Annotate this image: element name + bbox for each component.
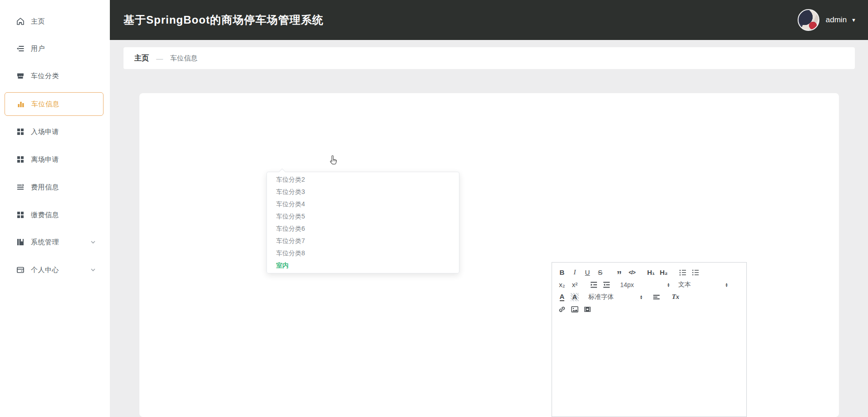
list-arrow-icon [15, 182, 25, 192]
breadcrumb-separator: — [156, 55, 163, 62]
sidebar-item-label: 入场申请 [31, 128, 59, 136]
sidebar: 主页 用户 车位分类 车位信息 入场申请 [0, 0, 110, 417]
italic-button[interactable]: I [569, 267, 580, 278]
dropdown-option[interactable]: 车位分类7 [267, 235, 459, 247]
grid-icon [15, 210, 25, 220]
sidebar-item-label: 主页 [31, 17, 45, 26]
user-dropdown-caret-icon: ▼ [851, 17, 856, 23]
font-family-value: 标准字体 [588, 293, 614, 301]
sidebar-item-category[interactable]: 车位分类 [0, 62, 110, 89]
sidebar-item-label: 个人中心 [31, 266, 59, 274]
sidebar-item-personal-center[interactable]: 个人中心 [0, 256, 110, 283]
clean-format-button[interactable]: Tx [670, 292, 681, 303]
chevron-down-icon [90, 239, 96, 245]
sidebar-item-exit-apply[interactable]: 离场申请 [0, 146, 110, 173]
card-icon [15, 265, 25, 275]
header2-button[interactable]: H₂ [658, 267, 669, 278]
header: 基于SpringBoot的商场停车场管理系统 admin ▼ [110, 0, 868, 40]
editor-toolbar: B I U S ” </> H₁ H₂ x₂ x² [552, 262, 747, 319]
bar-chart-icon [16, 99, 26, 109]
text-style-picker[interactable]: 文本 ▲▼ [678, 281, 728, 289]
category-dropdown-panel: 车位分类2 车位分类3 车位分类4 车位分类5 车位分类6 车位分类7 车位分类… [266, 172, 459, 273]
text-style-value: 文本 [678, 281, 691, 289]
ordered-list-button[interactable] [677, 267, 688, 278]
sidebar-item-system-manage[interactable]: 系统管理 [0, 228, 110, 256]
picker-arrows-icon: ▲▼ [667, 283, 670, 287]
breadcrumb-home[interactable]: 主页 [134, 54, 149, 63]
dropdown-option[interactable]: 车位分类5 [267, 210, 459, 223]
grid-icon [15, 154, 25, 164]
sidebar-item-label: 缴费信息 [31, 211, 59, 219]
link-button[interactable] [557, 304, 567, 315]
dropdown-option[interactable]: 车位分类3 [267, 186, 459, 198]
sidebar-item-home[interactable]: 主页 [0, 8, 110, 35]
code-block-button[interactable]: </> [626, 267, 637, 278]
home-icon [15, 16, 25, 26]
indent-button[interactable] [601, 279, 612, 290]
bullet-list-button[interactable] [690, 267, 701, 278]
image-button[interactable] [569, 304, 580, 315]
font-family-picker[interactable]: 标准字体 ▲▼ [588, 293, 643, 301]
grid-icon [15, 127, 25, 137]
background-color-button[interactable]: A [569, 292, 580, 303]
dropdown-option-selected[interactable]: 室内 [267, 259, 459, 272]
sidebar-item-label: 车位信息 [31, 100, 59, 109]
sidebar-item-entry-apply[interactable]: 入场申请 [0, 118, 110, 145]
user-menu[interactable]: admin ▼ [798, 0, 856, 40]
sidebar-item-users[interactable]: 用户 [0, 35, 110, 62]
app-root: 主页 用户 车位分类 车位信息 入场申请 [0, 0, 868, 417]
sidebar-item-fee-info[interactable]: 费用信息 [0, 174, 110, 201]
font-size-picker[interactable]: 14px ▲▼ [620, 281, 670, 288]
sidebar-item-parking-info[interactable]: 车位信息 [5, 92, 104, 116]
dropdown-option[interactable]: 车位分类2 [267, 174, 459, 186]
sidebar-item-label: 车位分类 [31, 72, 59, 80]
underline-button[interactable]: U [582, 267, 593, 278]
text-color-button[interactable]: A [557, 292, 567, 303]
picker-arrows-icon: ▲▼ [725, 283, 728, 287]
header1-button[interactable]: H₁ [646, 267, 656, 278]
sidebar-item-label: 费用信息 [31, 183, 59, 192]
blockquote-button[interactable]: ” [614, 265, 625, 280]
chevron-down-icon [90, 267, 96, 273]
page-title: 基于SpringBoot的商场停车场管理系统 [123, 13, 324, 27]
breadcrumb: 主页 — 车位信息 [123, 47, 855, 69]
picker-arrows-icon: ▲▼ [640, 295, 643, 299]
editor-content-area[interactable] [552, 319, 747, 417]
dropdown-option[interactable]: 车位分类8 [267, 247, 459, 259]
sidebar-item-label: 离场申请 [31, 155, 59, 164]
strike-button[interactable]: S [595, 267, 606, 278]
list-indent-icon [15, 44, 25, 54]
video-button[interactable] [582, 304, 593, 315]
align-button[interactable] [651, 292, 662, 303]
sidebar-item-label: 系统管理 [31, 238, 59, 247]
superscript-button[interactable]: x² [569, 279, 580, 290]
dropdown-option[interactable]: 车位分类6 [267, 223, 459, 235]
sidebar-item-payment-info[interactable]: 缴费信息 [0, 201, 110, 228]
shop-icon [15, 71, 25, 81]
avatar [798, 9, 819, 31]
font-size-value: 14px [620, 281, 634, 288]
bold-button[interactable]: B [557, 267, 567, 278]
outdent-button[interactable] [588, 279, 599, 290]
book-icon [15, 237, 25, 247]
sidebar-item-label: 用户 [31, 45, 45, 53]
breadcrumb-current: 车位信息 [170, 54, 197, 63]
username: admin [826, 15, 847, 25]
subscript-button[interactable]: x₂ [557, 279, 567, 290]
dropdown-option[interactable]: 车位分类4 [267, 198, 459, 210]
